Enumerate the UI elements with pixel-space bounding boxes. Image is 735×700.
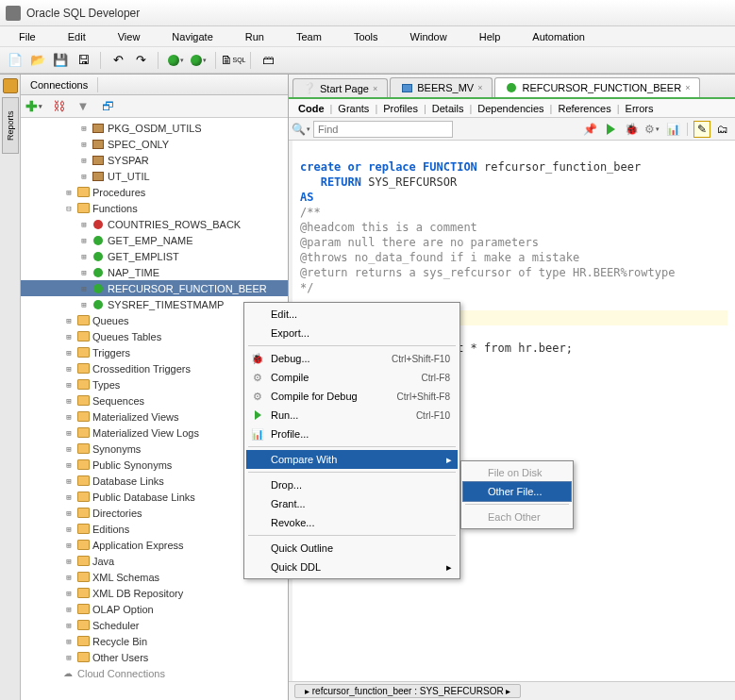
subtab-profiles[interactable]: Profiles — [379, 102, 422, 115]
back-icon[interactable]: ▾ — [166, 51, 185, 70]
ctx-edit[interactable]: Edit... — [246, 305, 458, 324]
editor-subtabs: Code| Grants| Profiles| Details| Depende… — [289, 99, 735, 118]
ctx-run[interactable]: Run...Ctrl-F10 — [246, 406, 458, 425]
editor-tabs: ❔Start Page× BEERS_MV× REFCURSOR_FUNCTIO… — [289, 75, 735, 99]
breadcrumb[interactable]: ▸ refcursor_function_beer : SYS_REFCURSO… — [294, 684, 521, 698]
ctx-sub-other-file[interactable]: Other File... — [463, 482, 571, 501]
tree-node-olap[interactable]: ⊞OLAP Option — [21, 601, 288, 617]
ctx-compile[interactable]: ⚙CompileCtrl-F8 — [246, 368, 458, 387]
menu-navigate[interactable]: Navigate — [157, 29, 227, 44]
window-title: Oracle SQL Developer — [26, 7, 140, 20]
ctx-export[interactable]: Export... — [246, 324, 458, 342]
subtab-references[interactable]: References — [554, 102, 614, 115]
pin-icon[interactable]: 📌 — [581, 121, 598, 138]
tree-node-scheduler[interactable]: ⊞Scheduler — [21, 617, 288, 633]
tree-node-fn-refcursor[interactable]: ⊞REFCURSOR_FUNCTION_BEER — [21, 280, 288, 296]
context-menu: Edit... Export... 🐞Debug...Ctrl+Shift-F1… — [243, 302, 460, 579]
find-input[interactable] — [313, 121, 453, 138]
subtab-errors[interactable]: Errors — [622, 102, 658, 115]
tree-node-xml-db[interactable]: ⊞XML DB Repository — [21, 585, 288, 601]
left-tab-strip: Reports — [0, 75, 21, 700]
debug-icon[interactable]: 🐞 — [623, 121, 640, 138]
tree-node-fn-emp-name[interactable]: ⊞GET_EMP_NAME — [21, 232, 288, 248]
forward-icon[interactable]: ▾ — [189, 51, 208, 70]
tab-refcursor[interactable]: REFCURSOR_FUNCTION_BEER× — [494, 77, 700, 97]
ctx-compile-debug[interactable]: ⚙Compile for DebugCtrl+Shift-F8 — [246, 387, 458, 406]
reports-tab[interactable]: Reports — [2, 97, 19, 154]
tree-node-fn-nap[interactable]: ⊞NAP_TIME — [21, 264, 288, 280]
tree-node-recycle[interactable]: ⊞Recycle Bin — [21, 633, 288, 649]
tree-node-cloud[interactable]: ☁Cloud Connections — [21, 665, 288, 681]
db-icon[interactable]: 🗃 — [259, 51, 277, 70]
app-icon — [6, 6, 21, 21]
menu-view[interactable]: View — [103, 29, 156, 44]
search-icon[interactable]: 🔍▾ — [292, 121, 309, 138]
tree-node-syspar[interactable]: ⊞SYSPAR — [21, 152, 288, 168]
reports-icon[interactable] — [3, 78, 18, 93]
tab-start-page[interactable]: ❔Start Page× — [292, 78, 388, 97]
undo-icon[interactable]: ↶ — [109, 51, 127, 70]
tree-node-spec-only[interactable]: ⊞SPEC_ONLY — [21, 136, 288, 152]
menubar: File Edit View Navigate Run Team Tools W… — [0, 26, 735, 47]
tree-node-ut-util[interactable]: ⊞UT_UTIL — [21, 168, 288, 184]
ctx-sub-file-on-disk: File on Disk — [463, 463, 571, 482]
connections-tab[interactable]: Connections — [21, 77, 98, 92]
compile-icon[interactable]: ⚙▾ — [643, 121, 660, 138]
new-icon[interactable]: 📄 — [6, 51, 25, 70]
tree-node-fn-countries[interactable]: ⊞COUNTRIES_ROWS_BACK — [21, 216, 288, 232]
subtab-code[interactable]: Code — [294, 102, 328, 115]
tree-node-pkg-osdm[interactable]: ⊞PKG_OSDM_UTILS — [21, 120, 288, 136]
menu-tools[interactable]: Tools — [339, 29, 393, 44]
tree-node-fn-emplist[interactable]: ⊞GET_EMPLIST — [21, 248, 288, 264]
tns-icon[interactable]: ⛓ — [49, 97, 68, 116]
menu-run[interactable]: Run — [230, 29, 279, 44]
actions-icon[interactable]: 🗂 — [714, 121, 731, 138]
tree-node-functions[interactable]: ⊟Functions — [21, 200, 288, 216]
titlebar: Oracle SQL Developer — [0, 0, 735, 26]
redo-icon[interactable]: ↷ — [131, 51, 150, 70]
open-icon[interactable]: 📂 — [28, 51, 47, 70]
tree-node-procedures[interactable]: ⊞Procedures — [21, 184, 288, 200]
menu-window[interactable]: Window — [395, 29, 462, 44]
menu-edit[interactable]: Edit — [53, 29, 101, 44]
ctx-debug[interactable]: 🐞Debug...Ctrl+Shift-F10 — [246, 349, 458, 368]
find-bar: 🔍▾ 📌 🐞 ⚙▾ 📊 ✎ 🗂 — [289, 118, 735, 141]
subtab-dependencies[interactable]: Dependencies — [474, 102, 547, 115]
run-icon[interactable] — [602, 121, 619, 138]
subtab-grants[interactable]: Grants — [334, 102, 373, 115]
save-all-icon[interactable]: 🖫 — [74, 51, 92, 70]
ctx-profile[interactable]: 📊Profile... — [246, 425, 458, 443]
tree-node-other-users[interactable]: ⊞Other Users — [21, 649, 288, 665]
connections-toolbar: ✚▾ ⛓ ▼ 🗗 — [21, 95, 288, 118]
ctx-quick-outline[interactable]: Quick Outline — [246, 539, 458, 558]
ctx-compare-with[interactable]: Compare With▸ — [246, 450, 458, 469]
tab-beers-mv[interactable]: BEERS_MV× — [390, 77, 493, 97]
save-icon[interactable]: 💾 — [51, 51, 70, 70]
status-bar: ▸ refcursor_function_beer : SYS_REFCURSO… — [289, 681, 735, 700]
ctx-revoke[interactable]: Revoke... — [246, 513, 458, 532]
profile-icon[interactable]: 📊 — [664, 121, 681, 138]
context-submenu-compare: File on Disk Other File... Each Other — [460, 460, 574, 529]
menu-help[interactable]: Help — [464, 29, 516, 44]
menu-file[interactable]: File — [4, 29, 51, 44]
ctx-quick-ddl[interactable]: Quick DDL▸ — [246, 558, 458, 576]
menu-automation[interactable]: Automation — [517, 29, 600, 44]
toolbar: 📄 📂 💾 🖫 ↶ ↷ ▾ ▾ 🗎SQL 🗃 — [0, 47, 735, 74]
ctx-drop[interactable]: Drop... — [246, 475, 458, 494]
ctx-sub-each-other: Each Other — [463, 508, 571, 526]
filter-icon[interactable]: ▼ — [74, 97, 92, 116]
sql-icon[interactable]: 🗎SQL — [224, 51, 242, 70]
new-connection-icon[interactable]: ✚▾ — [25, 97, 43, 116]
edit-icon[interactable]: ✎ — [693, 121, 710, 138]
ctx-grant[interactable]: Grant... — [246, 494, 458, 513]
menu-team[interactable]: Team — [281, 29, 337, 44]
refresh-icon[interactable]: 🗗 — [98, 97, 117, 116]
subtab-details[interactable]: Details — [428, 102, 468, 115]
